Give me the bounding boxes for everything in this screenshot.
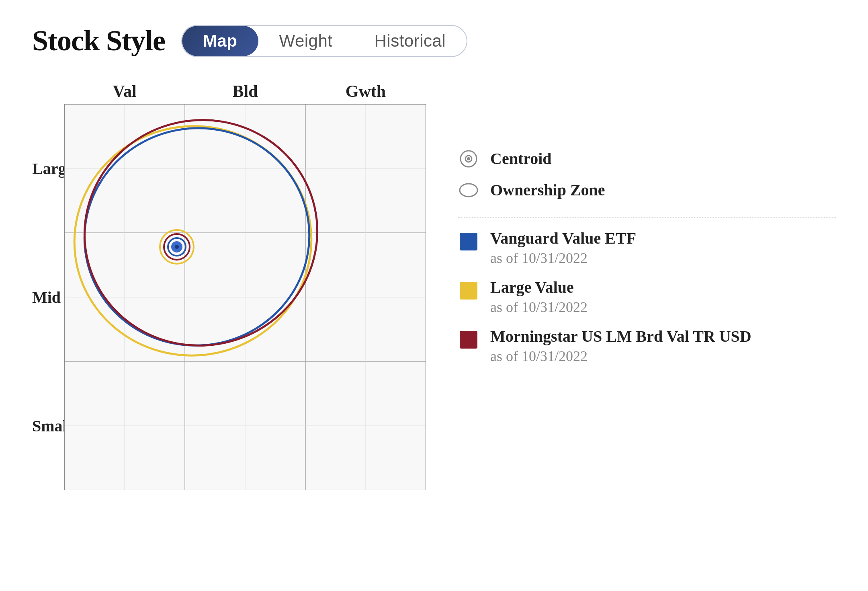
morningstar-legend-text: Morningstar US LM Brd Val TR USD as of 1… [490, 327, 751, 365]
morningstar-name: Morningstar US LM Brd Val TR USD [490, 327, 751, 346]
vanguard-name: Vanguard Value ETF [490, 229, 636, 248]
legend-item-vanguard: Vanguard Value ETF as of 10/31/2022 [458, 229, 836, 267]
svg-rect-25 [460, 282, 477, 300]
y-label-small: Small [32, 417, 60, 435]
legend-divider [458, 217, 836, 218]
tab-map[interactable]: Map [182, 26, 258, 56]
main-content: Val Bld Gwth Large Mid Small [32, 82, 836, 490]
chart-with-y-axis: Large Mid Small [32, 104, 426, 490]
tab-historical[interactable]: Historical [353, 26, 467, 56]
ownership-zone-label: Ownership Zone [490, 181, 605, 199]
x-label-val: Val [64, 82, 185, 101]
x-axis-labels: Val Bld Gwth [64, 82, 426, 101]
legend-ownership-zone: Ownership Zone [458, 177, 836, 202]
large-value-name: Large Value [490, 278, 588, 297]
style-map-grid [64, 104, 426, 490]
y-axis: Large Mid Small [32, 104, 64, 490]
tab-group: Map Weight Historical [181, 25, 467, 57]
svg-point-23 [460, 184, 477, 197]
tab-weight[interactable]: Weight [258, 26, 354, 56]
vanguard-legend-text: Vanguard Value ETF as of 10/31/2022 [490, 229, 636, 267]
svg-rect-24 [460, 233, 477, 250]
svg-point-22 [467, 157, 470, 160]
y-label-large: Large [32, 159, 60, 178]
large-value-date: as of 10/31/2022 [490, 299, 588, 316]
page-title: Stock Style [32, 24, 165, 57]
morningstar-date: as of 10/31/2022 [490, 348, 751, 365]
legend-area: Centroid Ownership Zone Vanguard Value E… [458, 82, 836, 376]
morningstar-color-icon [458, 329, 479, 352]
legend-centroid: Centroid [458, 146, 836, 171]
x-label-gwth: Gwth [305, 82, 426, 101]
svg-point-19 [175, 245, 179, 249]
centroid-label: Centroid [490, 149, 552, 168]
x-label-bld: Bld [185, 82, 305, 101]
vanguard-color-icon [458, 231, 479, 254]
large-value-legend-text: Large Value as of 10/31/2022 [490, 278, 588, 316]
chart-svg [64, 104, 426, 490]
chart-area: Val Bld Gwth Large Mid Small [32, 82, 426, 490]
vanguard-date: as of 10/31/2022 [490, 250, 636, 267]
large-value-color-icon [458, 280, 479, 303]
ownership-zone-icon [458, 180, 479, 202]
legend-item-morningstar: Morningstar US LM Brd Val TR USD as of 1… [458, 327, 836, 365]
y-label-mid: Mid [32, 288, 60, 307]
legend-item-large-value: Large Value as of 10/31/2022 [458, 278, 836, 316]
centroid-icon [458, 148, 479, 171]
svg-rect-26 [460, 331, 477, 349]
